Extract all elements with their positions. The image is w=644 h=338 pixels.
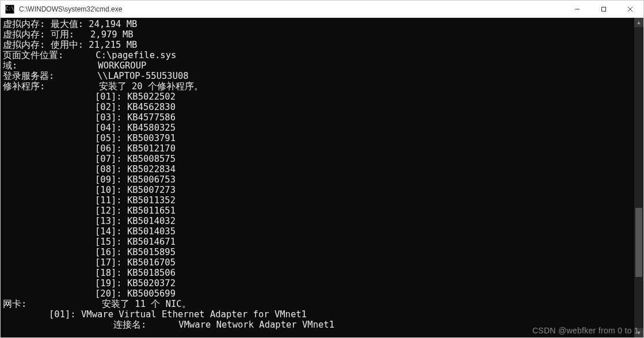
hotfix-item: [01]: KB5022502 [3, 92, 176, 102]
hotfix-item: [16]: KB5015895 [3, 247, 176, 257]
value-logon-server: \\LAPTOP-55U53U08 [97, 71, 189, 81]
hotfix-item: [06]: KB5012170 [3, 143, 176, 154]
hotfix-item: [14]: KB5014035 [3, 226, 176, 237]
window-controls [564, 1, 643, 17]
label-vmem-used: 虚拟内存: 使用中: [3, 40, 83, 50]
terminal-output[interactable]: 虚拟内存: 最大值: 24,194 MB虚拟内存: 可用: 2,979 MB虚拟… [1, 18, 634, 337]
label-hotfix: 修补程序: [3, 81, 45, 92]
cmd-icon: C:\ [5, 5, 14, 14]
value-vmem-used: 21,215 MB [89, 40, 137, 50]
value-pagefile: C:\pagefile.sys [96, 50, 176, 60]
label-pagefile: 页面文件位置: [3, 50, 63, 60]
svg-rect-1 [602, 7, 606, 11]
scroll-thumb[interactable] [635, 208, 642, 277]
hotfix-item: [03]: KB4577586 [3, 112, 176, 123]
hotfix-item: [18]: KB5018506 [3, 268, 176, 278]
terminal-area: 虚拟内存: 最大值: 24,194 MB虚拟内存: 可用: 2,979 MB虚拟… [1, 18, 643, 337]
scroll-track[interactable] [634, 27, 643, 328]
hotfix-item: [12]: KB5011651 [3, 206, 176, 216]
value-hotfix-summary: 安装了 20 个修补程序。 [99, 81, 203, 92]
cmd-icon-text: C:\ [6, 7, 14, 12]
hotfix-item: [13]: KB5014032 [3, 216, 176, 226]
vertical-scrollbar[interactable]: ▲ ▼ [634, 18, 643, 337]
hotfix-item: [09]: KB5006753 [3, 174, 176, 185]
hotfix-item: [02]: KB4562830 [3, 102, 176, 112]
hotfix-item: [08]: KB5022834 [3, 164, 176, 174]
label-conn-name: 连接名: [113, 320, 146, 330]
hotfix-item: [20]: KB5005699 [3, 288, 176, 299]
value-conn-name: VMware Network Adapter VMnet1 [178, 320, 334, 330]
label-nic: 网卡: [3, 299, 26, 309]
label-logon-server: 登录服务器: [3, 71, 54, 81]
hotfix-item: [19]: KB5020372 [3, 278, 176, 288]
value-nic-summary: 安装了 11 个 NIC。 [102, 299, 191, 309]
hotfix-item: [11]: KB5011352 [3, 195, 176, 206]
value-vmem-avail: 2,979 MB [90, 29, 134, 40]
label-vmem-avail: 虚拟内存: 可用: [3, 29, 74, 40]
value-domain: WORKGROUP [98, 60, 146, 71]
label-vmem-max: 虚拟内存: 最大值: [3, 19, 83, 29]
minimize-button[interactable] [564, 1, 590, 17]
hotfix-item: [10]: KB5007273 [3, 185, 176, 195]
scroll-up-button[interactable]: ▲ [634, 18, 643, 27]
value-vmem-max: 24,194 MB [89, 19, 137, 29]
cmd-window: C:\ C:\WINDOWS\system32\cmd.exe 虚拟内存: 最大… [0, 0, 644, 338]
window-title: C:\WINDOWS\system32\cmd.exe [18, 5, 564, 13]
hotfix-item: [07]: KB5008575 [3, 154, 176, 164]
hotfix-item: [05]: KB5003791 [3, 133, 176, 143]
label-domain: 域: [3, 60, 17, 71]
hotfix-item: [17]: KB5016705 [3, 257, 176, 268]
maximize-button[interactable] [590, 1, 617, 17]
nic-item: [01]: VMware Virtual Ethernet Adapter fo… [3, 309, 307, 320]
hotfix-item: [15]: KB5014671 [3, 237, 176, 247]
close-button[interactable] [617, 1, 643, 17]
titlebar[interactable]: C:\ C:\WINDOWS\system32\cmd.exe [1, 1, 643, 18]
scroll-down-button[interactable]: ▼ [634, 328, 643, 337]
hotfix-item: [04]: KB4580325 [3, 123, 176, 133]
